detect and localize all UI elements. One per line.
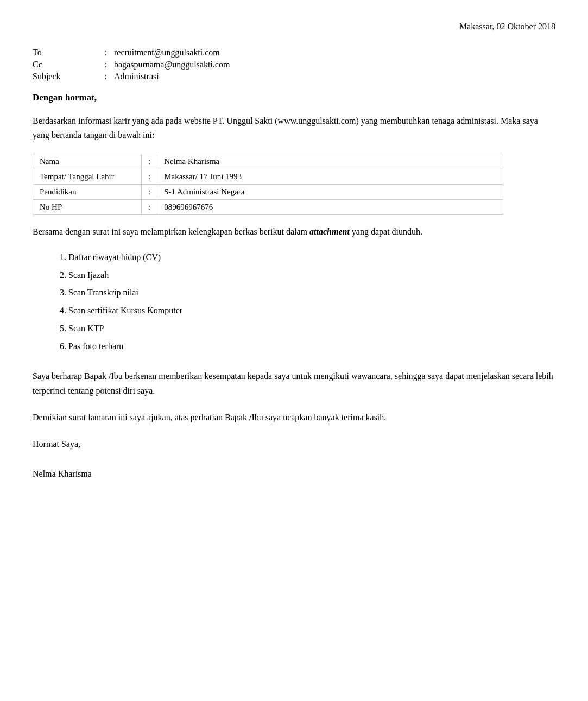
to-label: To <box>33 47 98 59</box>
attachment-paragraph: Bersama dengan surat ini saya melampirka… <box>33 225 555 239</box>
to-value: recruitment@unggulsakti.com <box>114 47 555 59</box>
subject-label: Subjeck <box>33 71 98 83</box>
bio-row-pendidikan: Pendidikan : S-1 Administrasi Negara <box>33 185 503 200</box>
bio-colon-pendidikan: : <box>142 185 157 200</box>
list-item: 2. Scan Ijazah <box>60 267 555 285</box>
subject-row: Subjeck : Administrasi <box>33 71 555 83</box>
cc-row: Cc : bagaspurnama@unggulsakti.com <box>33 59 555 71</box>
bio-row-nohp: No HP : 089696967676 <box>33 200 503 215</box>
to-colon: : <box>98 47 114 59</box>
bio-label-ttl: Tempat/ Tanggal Lahir <box>33 169 142 185</box>
sender-name: Nelma Kharisma <box>33 466 555 482</box>
bio-value-nohp: 089696967676 <box>157 200 503 215</box>
list-item: 5. Scan KTP <box>60 320 555 338</box>
bio-value-ttl: Makassar/ 17 Juni 1993 <box>157 169 503 185</box>
cc-colon: : <box>98 59 114 71</box>
subject-colon: : <box>98 71 114 83</box>
closing-paragraph-2: Demikian surat lamaran ini saya ajukan, … <box>33 410 555 425</box>
bio-colon-nohp: : <box>142 200 157 215</box>
to-row: To : recruitment@unggulsakti.com <box>33 47 555 59</box>
date-line: Makassar, 02 Oktober 2018 <box>33 22 555 31</box>
bio-colon-ttl: : <box>142 169 157 185</box>
intro-paragraph: Berdasarkan informasi karir yang ada pad… <box>33 114 555 142</box>
list-item: 6. Pas foto terbaru <box>60 338 555 356</box>
subject-value: Administrasi <box>114 71 555 83</box>
regards-text: Hormat Saya, <box>33 437 555 452</box>
attachment-italic-text: attachment <box>309 227 350 236</box>
bio-value-nama: Nelma Kharisma <box>157 154 503 169</box>
email-header: To : recruitment@unggulsakti.com Cc : ba… <box>33 47 555 83</box>
attachment-list: 1. Daftar riwayat hidup (CV) 2. Scan Ija… <box>60 249 555 356</box>
list-item: 4. Scan sertifikat Kursus Komputer <box>60 302 555 320</box>
bio-value-pendidikan: S-1 Administrasi Negara <box>157 185 503 200</box>
greeting: Dengan hormat, <box>33 92 555 103</box>
cc-label: Cc <box>33 59 98 71</box>
bio-label-pendidikan: Pendidikan <box>33 185 142 200</box>
list-item: 3. Scan Transkrip nilai <box>60 284 555 302</box>
closing-paragraph-1: Saya berharap Bapak /Ibu berkenan member… <box>33 369 555 398</box>
bio-label-nama: Nama <box>33 154 142 169</box>
bio-row-nama: Nama : Nelma Kharisma <box>33 154 503 169</box>
bio-colon-nama: : <box>142 154 157 169</box>
signature-section: Hormat Saya, Nelma Kharisma <box>33 437 555 482</box>
bio-label-nohp: No HP <box>33 200 142 215</box>
bio-table: Nama : Nelma Kharisma Tempat/ Tanggal La… <box>33 154 503 215</box>
list-item: 1. Daftar riwayat hidup (CV) <box>60 249 555 267</box>
cc-value: bagaspurnama@unggulsakti.com <box>114 59 555 71</box>
bio-row-ttl: Tempat/ Tanggal Lahir : Makassar/ 17 Jun… <box>33 169 503 185</box>
